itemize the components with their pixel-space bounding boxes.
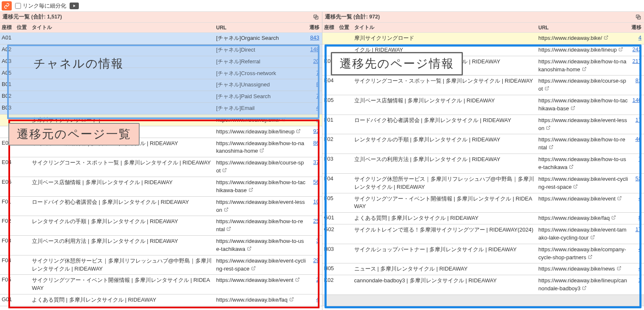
- col-count[interactable]: 遷移: [630, 24, 644, 31]
- cell-url[interactable]: https://www.rideaway.bike/: [538, 34, 630, 42]
- cell-url[interactable]: https://www.rideaway.bike/company-cycle-…: [538, 246, 630, 262]
- cell-url[interactable]: [チャネル]Unassigned: [216, 81, 308, 89]
- table-row[interactable]: E05立川ベース店舗情報 | 多摩川レンタサイクル | RIDEAWAYhttp…: [322, 95, 644, 115]
- table-row[interactable]: A02[チャネル]Direct148: [0, 44, 322, 56]
- copy-button[interactable]: [312, 13, 320, 21]
- cell-url[interactable]: https://www.rideaway.bike/news: [538, 265, 630, 273]
- cell-url[interactable]: https://www.rideaway.bike/how-to-use-tac…: [216, 237, 308, 253]
- cell-count[interactable]: 148: [308, 46, 322, 52]
- cell-url[interactable]: https://www.rideaway.bike/event-tamako-l…: [538, 226, 630, 242]
- col-count[interactable]: 遷移: [308, 24, 322, 31]
- cell-url[interactable]: https://www.rideaway.bike/lineup: [216, 128, 308, 136]
- table-row[interactable]: G01よくある質問 | 多摩川レンタサイクル | RIDEAWAYhttps:/…: [0, 294, 322, 306]
- table-row[interactable]: E04サイクリングコース・スポット一覧 | 多摩川レンタサイクル | RIDEA…: [0, 157, 322, 177]
- cell-url[interactable]: [チャネル]Cross-network: [216, 70, 308, 78]
- cell-count[interactable]: 8: [308, 81, 322, 87]
- table-row[interactable]: F02レンタサイクルの手順 | 多摩川レンタサイクル | RIDEAWAYhtt…: [322, 134, 644, 154]
- cell-url[interactable]: https://www.rideaway.bike/course-spot: [538, 77, 630, 93]
- cell-count[interactable]: 3: [308, 237, 322, 244]
- cell-count[interactable]: 86: [308, 140, 322, 146]
- cell-count[interactable]: 4: [630, 246, 644, 252]
- cell-url[interactable]: [チャネル]Paid Search: [216, 93, 308, 101]
- cell-count[interactable]: 56: [308, 179, 322, 185]
- table-row[interactable]: F04サイクリング休憩所サービス｜多摩川リフレッシュハブ@中野島｜多摩川レンタサ…: [0, 255, 322, 275]
- cell-url[interactable]: https://www.rideaway.bike/event: [216, 276, 308, 284]
- cell-count[interactable]: 140: [630, 97, 644, 103]
- cell-url[interactable]: https://www.rideaway.bike/: [216, 116, 308, 124]
- cell-count[interactable]: 4: [308, 116, 322, 122]
- col-pos[interactable]: 位置: [339, 24, 354, 31]
- table-row[interactable]: F01ロードバイク初心者講習会 | 多摩川レンタサイクル | RIDEAWAYh…: [322, 115, 644, 135]
- source-table-body[interactable]: A01[チャネル]Organic Search843A02[チャネル]Direc…: [0, 33, 322, 310]
- cell-count[interactable]: 4: [308, 104, 322, 111]
- table-row[interactable]: F03立川ベースの利用方法 | 多摩川レンタサイクル | RIDEAWAYhtt…: [0, 236, 322, 255]
- table-row[interactable]: E05立川ベース店舗情報 | 多摩川レンタサイクル | RIDEAWAYhttp…: [0, 177, 322, 197]
- cell-url[interactable]: https://www.rideaway.bike/how-to-use-tac…: [538, 156, 630, 172]
- col-title[interactable]: タイトル: [354, 24, 539, 31]
- cell-url[interactable]: [チャネル]Referral: [216, 58, 308, 66]
- cell-url[interactable]: [チャネル]Direct: [216, 46, 308, 54]
- cell-count[interactable]: 4: [630, 195, 644, 201]
- cell-url[interactable]: https://www.rideaway.bike/how-to-rental: [216, 218, 308, 234]
- cell-url[interactable]: https://www.rideaway.bike/event-cycling-…: [538, 175, 630, 191]
- table-row[interactable]: B02[チャネル]Paid Search7: [0, 91, 322, 103]
- cell-url[interactable]: [チャネル]Email: [216, 104, 308, 112]
- cell-count[interactable]: 20: [308, 58, 322, 64]
- table-row[interactable]: F02レンタサイクルの手順 | 多摩川レンタサイクル | RIDEAWAYhtt…: [0, 216, 322, 236]
- cell-count[interactable]: 843: [308, 34, 322, 41]
- video-icon[interactable]: [70, 3, 79, 9]
- cell-url[interactable]: https://www.rideaway.bike/course-spot: [216, 159, 308, 175]
- cell-url[interactable]: https://www.rideaway.bike/event-lesson: [216, 198, 308, 214]
- table-row[interactable]: F05サイクリングツアー・イベント開催情報 | 多摩川レンタサイクル | RID…: [322, 193, 644, 213]
- table-row[interactable]: B01[チャネル]Unassigned8: [0, 79, 322, 91]
- cell-count[interactable]: 10: [308, 198, 322, 205]
- table-row[interactable]: A01[チャネル]Organic Search843: [0, 33, 322, 44]
- cell-url[interactable]: https://www.rideaway.bike/faq: [538, 214, 630, 222]
- cell-count[interactable]: 243: [630, 46, 644, 52]
- cell-url[interactable]: https://www.rideaway.bike/lineup: [538, 46, 630, 54]
- table-row[interactable]: E04サイクリングコース・スポット一覧 | 多摩川レンタサイクル | RIDEA…: [322, 76, 644, 95]
- cell-count[interactable]: 7: [630, 156, 644, 162]
- col-pos[interactable]: 位置: [17, 24, 32, 31]
- cell-url[interactable]: https://www.rideaway.bike/how-to-tachika…: [216, 179, 308, 195]
- table-row[interactable]: G02サイクルトレインで巡る！多摩湖サイクリングツアー | RIDEAWAY(2…: [322, 224, 644, 244]
- cell-url[interactable]: https://www.rideaway.bike/lineup/cannond…: [538, 277, 630, 293]
- table-row[interactable]: F01ロードバイク初心者講習会 | 多摩川レンタサイクル | RIDEAWAYh…: [0, 197, 322, 216]
- cell-count[interactable]: 2: [308, 276, 322, 283]
- cell-url[interactable]: https://www.rideaway.bike/how-to-nakanos…: [538, 58, 630, 74]
- col-url[interactable]: URL: [216, 25, 308, 31]
- table-row[interactable]: F05サイクリングツアー・イベント開催情報 | 多摩川レンタサイクル | RID…: [0, 275, 322, 294]
- table-row[interactable]: K02cannondale-badboy3 | 多摩川レンタサイクル | RID…: [322, 275, 644, 295]
- cell-count[interactable]: 17: [630, 226, 644, 232]
- cell-count[interactable]: 7: [308, 70, 322, 76]
- cell-count[interactable]: 4: [630, 34, 644, 41]
- cell-count[interactable]: 25: [308, 218, 322, 224]
- cell-count[interactable]: 8: [630, 214, 644, 221]
- cell-url[interactable]: https://www.rideaway.bike/how-to-rental: [538, 136, 630, 152]
- cell-count[interactable]: 3: [630, 277, 644, 283]
- cell-count[interactable]: 37: [308, 159, 322, 165]
- cell-count[interactable]: 4: [630, 265, 644, 271]
- col-coord[interactable]: 座標: [322, 24, 339, 31]
- table-row[interactable]: H05ニュース | 多摩川レンタサイクル | RIDEAWAYhttps://w…: [322, 263, 644, 275]
- table-row[interactable]: B03[チャネル]Email4: [0, 103, 322, 115]
- copy-button[interactable]: [634, 13, 642, 21]
- table-row[interactable]: F03立川ベースの利用方法 | 多摩川レンタサイクル | RIDEAWAYhtt…: [322, 154, 644, 174]
- cell-url[interactable]: https://www.rideaway.bike/how-to-tachika…: [538, 97, 630, 113]
- cell-count[interactable]: 17: [630, 117, 644, 123]
- cell-count[interactable]: 81: [630, 77, 644, 83]
- col-title[interactable]: タイトル: [32, 24, 216, 31]
- cell-url[interactable]: https://www.rideaway.bike/faq: [216, 296, 308, 304]
- cell-url[interactable]: [チャネル]Organic Search: [216, 34, 308, 42]
- cell-count[interactable]: 29: [308, 257, 322, 263]
- cell-count[interactable]: 46: [630, 136, 644, 142]
- subdivide-per-link-checkbox[interactable]: リンク毎に細分化: [15, 2, 66, 10]
- cell-url[interactable]: https://www.rideaway.bike/how-to-nakanos…: [216, 140, 308, 156]
- cell-count[interactable]: 4: [308, 296, 322, 302]
- subdivide-checkbox-input[interactable]: [15, 3, 21, 9]
- cell-url[interactable]: https://www.rideaway.bike/event: [538, 195, 630, 203]
- table-row[interactable]: 摩川サイクリングロードhttps://www.rideaway.bike/4: [322, 33, 644, 44]
- table-row[interactable]: F04サイクリング休憩所サービス｜多摩川リフレッシュハブ@中野島｜多摩川レンタサ…: [322, 174, 644, 193]
- cell-count[interactable]: 52: [630, 175, 644, 182]
- cell-count[interactable]: 7: [308, 93, 322, 99]
